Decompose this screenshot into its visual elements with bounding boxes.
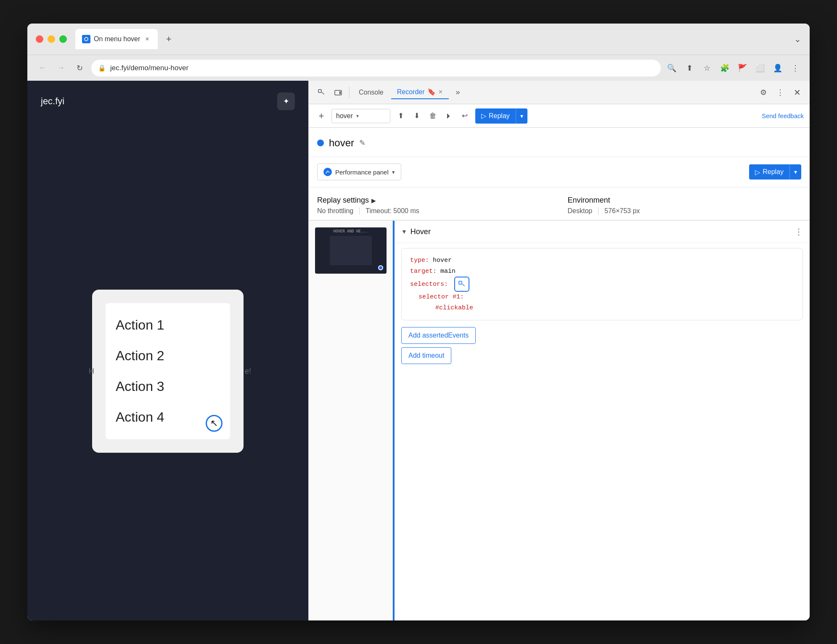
hover-action-title: Hover [411,227,431,236]
url-bar[interactable]: 🔒 jec.fyi/demo/menu-hover [91,60,661,77]
timeline-current-marker [378,265,383,270]
menu-item-4[interactable]: Action 4 [116,402,220,433]
replay-row: Performance panel ▾ ▷ Replay ▾ [309,157,810,187]
address-icons: 🔍 ⬆ ☆ 🧩 🚩 ⬜ 👤 ⋮ [666,62,801,74]
play-icon: ▷ [481,112,486,120]
url-text: jec.fyi/demo/menu-hover [110,64,654,72]
new-tab-button[interactable]: + [161,32,176,47]
timeline-action-area: HOVER AND HE... ▼ Hover [309,220,810,620]
svg-point-1 [85,38,87,40]
devtools-more-button[interactable]: ⋮ [773,85,788,100]
redo-button[interactable]: ↩ [458,109,472,123]
recorder-tab-close[interactable]: ✕ [438,89,443,95]
responsive-icon[interactable] [331,85,346,100]
add-recording-button[interactable]: + [315,109,328,123]
replay-button[interactable]: ▷ Replay [475,108,516,124]
devtools-toolbar: Console Recorder 🔖 ✕ » ⚙ ⋮ ✕ [309,81,810,104]
perf-dropdown-arrow-icon: ▾ [392,169,395,175]
tab-console[interactable]: Console [353,86,389,99]
search-icon[interactable]: 🔍 [666,62,678,74]
tab-close-button[interactable]: ✕ [143,35,151,43]
svg-rect-2 [318,90,321,92]
replay-button-group: ▷ Replay ▾ [475,108,527,124]
tab-expand-button[interactable]: ⌄ [794,34,801,44]
devtools-close-button[interactable]: ✕ [789,85,805,100]
add-timeout-button[interactable]: Add timeout [401,347,451,364]
theme-toggle-button[interactable]: ✦ [277,92,295,110]
hover-title-row: ▼ Hover [401,227,431,236]
delete-button[interactable]: 🗑 [426,109,440,123]
hover-action-section: ▼ Hover ⋮ type: hover [393,221,810,620]
traffic-lights [36,35,67,43]
recording-selector-dropdown[interactable]: hover ▾ [331,109,390,123]
menu-card: H Action 1 Action 2 Action 3 Action 4 e!… [92,290,244,453]
close-window-button[interactable] [36,35,43,43]
browser-tab-active[interactable]: On menu hover ✕ [75,29,158,49]
recording-name: hover [336,112,353,120]
selectors-picker-button[interactable] [454,277,469,292]
demo-area: H Action 1 Action 2 Action 3 Action 4 e!… [27,122,308,620]
menu-item-1[interactable]: Action 1 [116,310,220,340]
replay-dropdown-button[interactable]: ▾ [516,108,527,124]
side-text-left: H [89,367,94,376]
svg-rect-4 [339,91,341,94]
code-selector-value-line: #clickable [410,303,794,314]
hover-action-more-button[interactable]: ⋮ [795,227,803,237]
back-button[interactable]: ← [36,61,49,75]
export-button[interactable]: ⬆ [394,109,408,123]
inspector-icon[interactable] [314,85,329,100]
add-asserted-events-button[interactable]: Add assertedEvents [401,327,476,344]
settings-values: No throttling Timeout: 5000 ms [317,207,551,215]
svg-rect-5 [459,281,462,284]
replay-play-icon: ▷ [755,168,760,176]
replay-label: Replay [489,112,510,120]
minimize-window-button[interactable] [48,35,55,43]
desktop-label: Desktop [568,207,599,215]
replay-btn-label: Replay [763,168,784,176]
replay-main-button[interactable]: ▷ Replay [749,164,789,179]
share-icon[interactable]: ⬆ [683,62,695,74]
settings-divider [359,207,360,215]
tab-title: On menu hover [94,35,140,43]
type-key: type: [410,257,429,264]
tab-recorder[interactable]: Recorder 🔖 ✕ [391,85,449,99]
performance-icon [323,168,332,176]
split-icon[interactable]: ⬜ [754,62,766,74]
selectors-key: selectors: [410,281,448,288]
reload-button[interactable]: ↻ [73,61,86,75]
cursor-icon: ↖ [210,418,218,429]
send-feedback-link[interactable]: Send feedback [762,112,804,119]
forward-button[interactable]: → [54,61,68,75]
maximize-window-button[interactable] [59,35,67,43]
hover-header: ▼ Hover ⋮ [395,221,810,243]
side-text-right: e! [245,367,251,376]
devtools-settings-button[interactable]: ⚙ [756,85,771,100]
flag-icon[interactable]: 🚩 [736,62,748,74]
extensions-icon[interactable]: 🧩 [719,62,731,74]
bookmark-icon[interactable]: ☆ [701,62,713,74]
tab-bar: On menu hover ✕ + ⌄ [75,29,801,49]
import-button[interactable]: ⬇ [410,109,424,123]
timeout-label: Timeout: 5000 ms [366,207,419,215]
replay-settings-label[interactable]: Replay settings ▶ [317,196,376,205]
menu-item-3[interactable]: Action 3 [116,371,220,402]
selector-num-key: selector #1: [418,293,464,301]
menu-icon[interactable]: ⋮ [789,62,801,74]
profile-icon[interactable]: 👤 [772,62,784,74]
more-tabs-button[interactable]: » [450,85,466,100]
target-value: main [440,268,456,275]
env-divider [598,207,599,215]
no-throttling-label: No throttling [317,207,359,215]
step-button[interactable]: ⏵ [442,109,456,123]
performance-panel-button[interactable]: Performance panel ▾ [317,164,401,180]
target-key: target: [410,268,437,275]
collapse-icon[interactable]: ▼ [401,228,407,235]
type-value: hover [433,257,452,264]
menu-item-2[interactable]: Action 2 [116,340,220,371]
replay-btn-dropdown[interactable]: ▾ [789,164,801,179]
toolbar-divider-1 [349,87,350,98]
timeline-thumbnail[interactable]: HOVER AND HE... [315,227,387,274]
page-area: jec.fyi ✦ H Action 1 Action 2 Action 3 A… [27,81,308,620]
edit-recording-name-button[interactable]: ✎ [359,138,366,148]
recording-title-area: hover ✎ [309,128,810,157]
